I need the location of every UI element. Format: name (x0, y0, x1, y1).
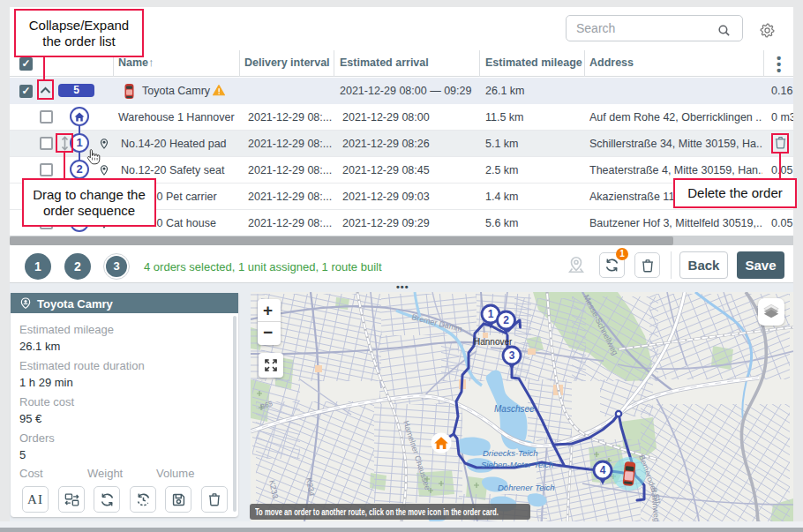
svg-text:Hannover: Hannover (474, 337, 513, 347)
svg-text:4: 4 (600, 464, 606, 476)
svg-text:Maschsee: Maschsee (494, 404, 535, 414)
svg-text:1: 1 (488, 308, 494, 320)
svg-text:2: 2 (503, 314, 509, 326)
svg-text:Sieben-Meter-Teich: Sieben-Meter-Teich (481, 460, 553, 469)
svg-text:Döhrener Teich: Döhrener Teich (498, 483, 555, 492)
svg-text:Drieecks-Teich: Drieecks-Teich (483, 448, 537, 458)
svg-text:3: 3 (509, 349, 515, 362)
